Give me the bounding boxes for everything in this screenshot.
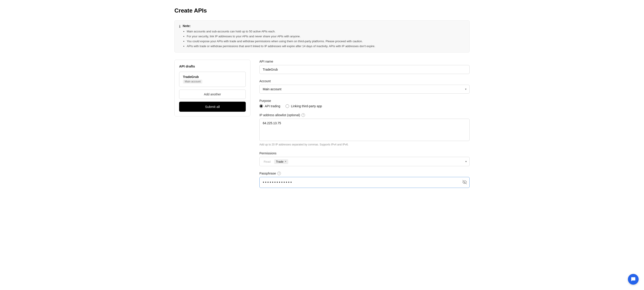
permissions-trade-label: Trade — [276, 160, 283, 163]
main-layout: API drafts TradeGrub Main account Add an… — [174, 60, 470, 193]
add-another-button[interactable]: Add another — [179, 90, 246, 99]
passphrase-label: Passphrase ? — [260, 172, 470, 175]
passphrase-input[interactable] — [260, 177, 470, 188]
account-select[interactable]: Main account Sub-account 1 Sub-account 2 — [260, 85, 470, 94]
draft-item-name: TradeGrub — [183, 75, 242, 79]
passphrase-group: Passphrase ? — [260, 172, 470, 188]
ip-help-icon[interactable]: ? — [302, 113, 305, 117]
left-panel: API drafts TradeGrub Main account Add an… — [174, 60, 250, 116]
api-drafts-title: API drafts — [179, 64, 246, 68]
purpose-label: Purpose — [260, 99, 470, 103]
passphrase-wrapper — [260, 177, 470, 188]
info-icon: ℹ — [179, 24, 180, 49]
purpose-linking-text: Linking third-party app — [291, 104, 322, 108]
purpose-api-trading-label[interactable]: API trading — [260, 104, 280, 108]
note-box: ℹ Note: Main accounts and sub-accounts c… — [174, 20, 470, 52]
draft-item-account: Main account — [183, 79, 202, 84]
passphrase-toggle-icon[interactable] — [462, 180, 467, 185]
passphrase-help-icon[interactable]: ? — [277, 172, 281, 175]
permissions-trade-tag: Trade × — [274, 159, 288, 164]
draft-item[interactable]: TradeGrub Main account — [179, 72, 246, 87]
account-select-wrapper: Main account Sub-account 1 Sub-account 2… — [260, 85, 470, 94]
chat-icon — [631, 277, 636, 282]
note-title: Note: — [183, 24, 375, 28]
account-label: Account — [260, 79, 470, 83]
note-item-1: Main accounts and sub-accounts can hold … — [187, 29, 375, 34]
purpose-group: Purpose API trading Linking third-party … — [260, 99, 470, 108]
purpose-linking-radio[interactable] — [286, 104, 289, 108]
permissions-chevron-icon: ▾ — [465, 160, 467, 163]
note-content: Note: Main accounts and sub-accounts can… — [183, 24, 375, 49]
chat-button[interactable] — [628, 274, 639, 285]
api-name-group: API name — [260, 60, 470, 74]
submit-all-button[interactable]: Submit all — [179, 102, 246, 112]
note-list: Main accounts and sub-accounts can hold … — [183, 29, 375, 49]
api-name-input[interactable] — [260, 65, 470, 74]
ip-address-group: IP address allowlist (optional) ? 64.225… — [260, 113, 470, 146]
page-title: Create APIs — [174, 7, 470, 14]
purpose-api-trading-text: API trading — [265, 104, 280, 108]
ip-hint: Add up to 20 IP addresses separated by c… — [260, 143, 470, 146]
permissions-group: Permissions Read Trade × ▾ — [260, 151, 470, 166]
right-panel: API name Account Main account Sub-accoun… — [260, 60, 470, 193]
permissions-selector[interactable]: Read Trade × ▾ — [260, 157, 470, 166]
permissions-read-tag: Read — [262, 159, 272, 164]
permissions-trade-remove[interactable]: × — [285, 160, 286, 163]
note-item-3: You could expose your APIs with trade an… — [187, 39, 375, 44]
api-name-label: API name — [260, 60, 470, 63]
purpose-options: API trading Linking third-party app — [260, 104, 470, 108]
ip-address-label: IP address allowlist (optional) ? — [260, 113, 470, 117]
permissions-label: Permissions — [260, 151, 470, 155]
note-item-2: For your security, link IP addresses to … — [187, 34, 375, 39]
account-group: Account Main account Sub-account 1 Sub-a… — [260, 79, 470, 94]
purpose-api-trading-radio[interactable] — [260, 104, 263, 108]
ip-textarea[interactable]: 64.225.13.75 — [260, 119, 470, 141]
purpose-linking-label[interactable]: Linking third-party app — [286, 104, 322, 108]
note-item-4: APIs with trade or withdraw permissions … — [187, 44, 375, 49]
